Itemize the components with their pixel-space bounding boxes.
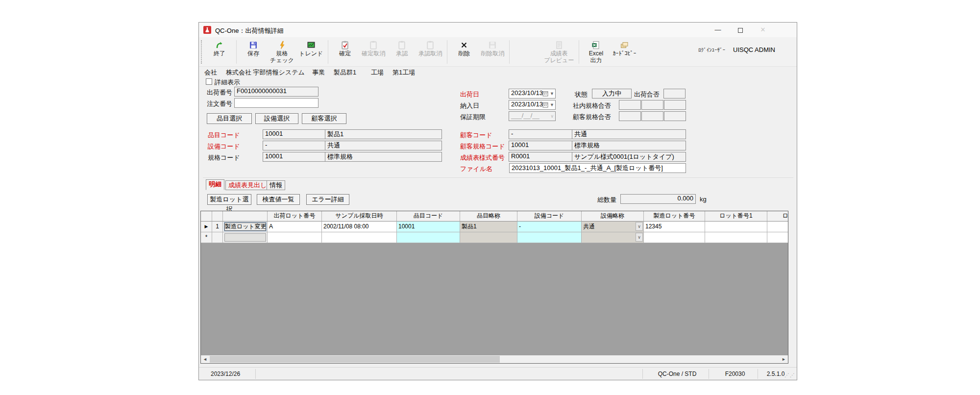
exit-button[interactable]: 終了 bbox=[205, 39, 234, 57]
trend-chart-icon bbox=[306, 40, 316, 50]
cell-ship-lot[interactable] bbox=[268, 232, 322, 243]
cell-lot1[interactable] bbox=[705, 232, 767, 243]
file-name-field[interactable]: 20231013_10001_製品1_-_共通_A_[製造ロット番号] bbox=[509, 163, 686, 173]
report-format-name-field[interactable]: サンプル様式0001(1ロットタイプ) bbox=[572, 152, 686, 162]
app-icon bbox=[203, 26, 211, 34]
internal-spec-pass-box-3 bbox=[664, 100, 686, 110]
spec-code-field[interactable]: 10001 bbox=[263, 152, 325, 162]
cell-lot1[interactable] bbox=[705, 222, 767, 232]
error-detail-button[interactable]: エラー詳細 bbox=[306, 194, 349, 205]
cell-mfg-lot[interactable] bbox=[644, 232, 705, 243]
equipment-code-label: 設備コード bbox=[208, 142, 240, 151]
select-mfg-lot-button[interactable]: 製造ロット選択 bbox=[207, 194, 251, 205]
cell-sample-datetime[interactable] bbox=[322, 232, 397, 243]
customer-spec-code-field[interactable]: 10001 bbox=[509, 141, 572, 150]
cell-item-name[interactable]: 製品1 bbox=[460, 222, 517, 232]
login-area: ﾛｸﾞｲﾝﾕｰｻﾞｰ UISQC ADMIN bbox=[698, 46, 796, 53]
chevron-down-icon[interactable]: ▼ bbox=[550, 102, 554, 107]
inspection-values-button[interactable]: 検査値一覧 bbox=[257, 194, 300, 205]
save-button[interactable]: 保存 bbox=[239, 39, 268, 57]
shipment-no-field[interactable]: F0010000000031 bbox=[234, 87, 318, 97]
cell-equip-name-combo[interactable]: 共通∨ bbox=[582, 222, 644, 232]
customer-spec-name-field[interactable]: 標準規格 bbox=[572, 141, 686, 150]
select-item-button[interactable]: 品目選択 bbox=[207, 113, 252, 124]
card-copy-button[interactable]: ｶｰﾄﾞｺﾋﾟｰ bbox=[610, 39, 638, 57]
report-format-code-field[interactable]: R0001 bbox=[509, 152, 572, 162]
cell-sample-datetime[interactable]: 2002/11/08 08:00 bbox=[322, 222, 397, 232]
ship-pass-label: 出荷合否 bbox=[634, 90, 660, 99]
toolbar-separator bbox=[509, 40, 510, 64]
trend-label: トレンド bbox=[299, 50, 323, 57]
cell-mfg-lot[interactable]: 12345 bbox=[644, 222, 705, 232]
select-customer-button[interactable]: 顧客選択 bbox=[302, 113, 346, 124]
select-equipment-button[interactable]: 設備選択 bbox=[255, 113, 298, 124]
warranty-label: 保証期限 bbox=[460, 113, 486, 122]
grid-row-1: ▶ 1 製造ロット変更 A 2002/11/08 08:00 10001 製品1… bbox=[201, 222, 788, 232]
warranty-date-picker[interactable]: ___/__/__ ∨ bbox=[509, 111, 556, 121]
calendar-icon[interactable] bbox=[542, 102, 548, 109]
cell-lot2[interactable] bbox=[767, 222, 788, 232]
confirm-label: 確定 bbox=[339, 50, 351, 57]
customer-name-field[interactable]: 共通 bbox=[572, 129, 686, 139]
close-button: ✕ bbox=[752, 23, 774, 37]
item-code-field[interactable]: 10001 bbox=[263, 129, 325, 139]
equipment-code-field[interactable]: - bbox=[263, 141, 325, 150]
scrollbar-thumb[interactable] bbox=[210, 356, 500, 363]
cell-equip-code[interactable] bbox=[517, 232, 582, 243]
spec-code-label: 規格コード bbox=[208, 153, 240, 162]
delete-button[interactable]: 削除 bbox=[450, 39, 478, 57]
cell-equip-name-combo[interactable]: ∨ bbox=[582, 232, 644, 243]
row-number: 1 bbox=[212, 222, 223, 232]
customer-code-field[interactable]: - bbox=[509, 129, 572, 139]
delivery-date-picker[interactable]: 2023/10/13 ▼ bbox=[509, 100, 556, 110]
equipment-name-field[interactable]: 共通 bbox=[325, 141, 442, 150]
company-value: 株式会社 宇部情報システム bbox=[226, 68, 305, 77]
tab-info[interactable]: 情報 bbox=[267, 180, 285, 190]
cell-equip-code[interactable]: - bbox=[517, 222, 582, 232]
cell-item-code[interactable]: 10001 bbox=[397, 222, 460, 232]
cell-ship-lot[interactable]: A bbox=[268, 222, 322, 232]
excel-output-button[interactable]: Excel 出力 bbox=[582, 39, 610, 64]
row-selector-icon[interactable]: ▶ bbox=[201, 222, 212, 232]
chevron-down-icon: ∨ bbox=[550, 114, 554, 119]
resize-grip-icon[interactable]: ⋰⋰ bbox=[784, 372, 795, 378]
change-mfg-lot-button[interactable]: 製造ロット変更 bbox=[224, 222, 266, 231]
factory-label: 工場 bbox=[371, 68, 384, 77]
ship-date-value: 2023/10/13 bbox=[511, 89, 543, 97]
minimize-button[interactable]: — bbox=[707, 23, 729, 37]
chevron-down-icon[interactable]: ∨ bbox=[636, 222, 643, 231]
total-qty-unit: kg bbox=[700, 196, 707, 203]
grid-header-item-name: 品目略称 bbox=[460, 211, 517, 222]
item-name-field[interactable]: 製品1 bbox=[325, 129, 442, 139]
grid-header-action bbox=[223, 211, 268, 222]
tab-report-header[interactable]: 成績表見出し bbox=[225, 180, 270, 190]
chevron-down-icon[interactable]: ▼ bbox=[550, 91, 554, 96]
scroll-right-icon[interactable]: ► bbox=[780, 355, 788, 363]
cell-item-code[interactable] bbox=[397, 232, 460, 243]
report-preview-icon bbox=[554, 40, 564, 50]
chevron-down-icon[interactable]: ∨ bbox=[636, 233, 643, 242]
horizontal-scrollbar[interactable]: ◄ ► bbox=[201, 355, 788, 363]
excel-icon bbox=[591, 40, 601, 50]
maximize-button[interactable] bbox=[729, 23, 752, 37]
change-mfg-lot-button[interactable] bbox=[224, 233, 266, 242]
detail-display-checkbox[interactable] bbox=[206, 78, 212, 85]
tab-detail[interactable]: 明細 bbox=[206, 179, 224, 190]
cell-lot2[interactable] bbox=[767, 232, 788, 243]
confirm-button[interactable]: 確定 bbox=[331, 39, 359, 57]
ship-date-picker[interactable]: 2023/10/13 ▼ bbox=[509, 89, 556, 99]
grid-header-selector bbox=[201, 211, 212, 222]
ship-date-label: 出荷日 bbox=[460, 90, 479, 99]
cell-item-name[interactable] bbox=[460, 232, 517, 243]
shipment-no-label: 出荷番号 bbox=[207, 88, 232, 97]
customer-spec-pass-box-3 bbox=[664, 111, 686, 121]
order-no-field[interactable] bbox=[234, 98, 318, 108]
trend-button[interactable]: トレンド bbox=[296, 39, 325, 57]
scroll-left-icon[interactable]: ◄ bbox=[201, 355, 209, 363]
calendar-icon[interactable] bbox=[542, 91, 548, 98]
statusbar-separator bbox=[642, 369, 643, 379]
toolbar-separator bbox=[328, 40, 328, 64]
spec-name-field[interactable]: 標準規格 bbox=[325, 152, 442, 162]
approve-icon bbox=[397, 40, 407, 50]
spec-check-button[interactable]: 規格 チェック bbox=[268, 39, 296, 64]
